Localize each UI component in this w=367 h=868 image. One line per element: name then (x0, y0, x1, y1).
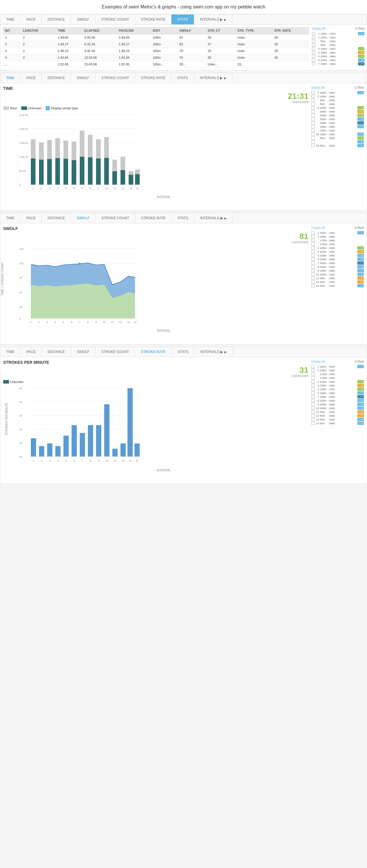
sidebar-row[interactable]: 2 50mUnkn (311, 242, 364, 246)
svg-text:0: 0 (19, 184, 21, 186)
tab-swolf[interactable]: SWOLF (71, 14, 95, 24)
sidebar-row[interactable]: 5100mUnkn1:55 (311, 254, 364, 257)
tab-stroke-rate[interactable]: STROKE RATE (135, 14, 171, 24)
sidebar-row[interactable]: 100mUnkn1:57 (311, 121, 364, 125)
time-display-all[interactable]: Display All (311, 86, 325, 89)
tab-stroke-rate-2[interactable]: STROKE RATE (135, 73, 171, 83)
sidebar-row[interactable]: 4100mUnkn1:08 (311, 383, 364, 387)
sidebar-row[interactable]: 1100mUnkn1:42 (311, 91, 364, 94)
tab-distance-4[interactable]: DISTANCE (41, 347, 71, 357)
tab-distance-3[interactable]: DISTANCE (41, 213, 71, 223)
sidebar-row[interactable]: 9100mUnkn1:47 (311, 402, 364, 406)
sidebar-row[interactable]: 7100mUnkn1:57 (311, 261, 364, 265)
sidebar-row[interactable]: 100mUnkn (311, 128, 364, 132)
sidebar-row[interactable]: 1350mUnkn1:38 (311, 417, 364, 421)
tab-intervals[interactable]: INTERVALS ▶ (194, 14, 232, 24)
tab-intervals-3[interactable]: INTERVALS ▶ (194, 213, 233, 223)
swolf-rest-check[interactable]: ☑ Rest (355, 226, 364, 229)
stroke-rate-tab-nav: TIME PACE DISTANCE SWOLF STROKE COUNT ST… (0, 347, 367, 357)
sidebar-row[interactable]: 10100mUnkn1:45 (311, 406, 364, 410)
tab-pace[interactable]: PACE (21, 14, 42, 24)
sidebar-row[interactable]: 50mUnkn1:01 (311, 136, 364, 140)
sidebar-row[interactable]: 2100mUnkn (312, 35, 364, 39)
sidebar-row[interactable]: 3100mUnkn1:15 (312, 47, 364, 51)
sidebar-row[interactable]: 1:38 (311, 140, 364, 144)
sidebar-row[interactable]: 1450mUnkn1:07 (311, 144, 364, 148)
tab-stats[interactable]: STATS (171, 14, 194, 24)
tab-pace-4[interactable]: PACE (21, 347, 42, 357)
sidebar-row[interactable]: 1450mUnkn1:07 (311, 421, 364, 425)
tab-stroke-count-3[interactable]: STROKE COUNT (96, 213, 135, 223)
sidebar-row[interactable]: 8100mUnkn1:28 (311, 399, 364, 402)
sidebar-row[interactable]: 1100mUnkn1:42 (312, 32, 364, 35)
sidebar-row[interactable]: 50mUnkn (312, 39, 364, 43)
sidebar-row[interactable]: 100mUnkn1:08 (311, 110, 364, 114)
sidebar-row[interactable]: 4100mUnkn1:08 (311, 250, 364, 254)
sidebar-row[interactable]: 2100mUnkn (311, 368, 364, 372)
tab-time-4[interactable]: TIME (0, 347, 21, 357)
sidebar-row[interactable]: 7100mUnkn1:57 (311, 395, 364, 399)
sidebar-row[interactable]: 3100mUnkn1:15 (311, 106, 364, 110)
sidebar-row[interactable]: 10100mUnkn1:45 (311, 273, 364, 276)
tab-intervals-4[interactable]: INTERVALS ▶ (194, 347, 233, 357)
sidebar-row[interactable]: 2100mUnkn (311, 94, 364, 98)
sidebar-row[interactable]: 10100mUnkn1:45 (311, 132, 364, 136)
sidebar-row[interactable]: 1150mUnkn1:09 (311, 410, 364, 414)
sidebar-row[interactable]: 3100mUnkn1:15 (311, 246, 364, 250)
tab-swolf-4[interactable]: SWOLF (71, 347, 95, 357)
swolf-display-all[interactable]: Display All (311, 226, 325, 229)
tab-time-2[interactable]: TIME (0, 73, 21, 83)
tab-stats-3[interactable]: STATS (172, 213, 194, 223)
stroke-rate-sidebar: Display All ☑ Rest 1100mUnkn1:422100mUnk… (311, 360, 364, 481)
sidebar-row[interactable]: 2 50mUnkn (311, 376, 364, 380)
svg-text:100: 100 (19, 262, 24, 265)
tab-time[interactable]: TIME (0, 14, 21, 24)
stroke-rate-rest-check[interactable]: ☑ Rest (355, 360, 364, 363)
sidebar-row[interactable]: 100mUnkn1:29 (311, 125, 364, 128)
tab-stroke-rate-3[interactable]: STROKE RATE (135, 213, 172, 223)
tab-stats-2[interactable]: STATS (171, 73, 194, 83)
tab-distance[interactable]: DISTANCE (41, 14, 71, 24)
tab-stroke-rate-4[interactable]: STROKE RATE (135, 347, 172, 357)
sidebar-row[interactable]: 6100mUnkn1:48 (311, 391, 364, 395)
sidebar-row[interactable]: 100mUnkn1:48 (311, 117, 364, 121)
tab-swolf-2[interactable]: SWOLF (71, 73, 95, 83)
sidebar-row[interactable]: 3100mUnkn1:15 (311, 380, 364, 383)
sidebar-row[interactable]: 100mUnkn1:25 (311, 114, 364, 117)
tab-stroke-count-4[interactable]: STROKE COUNT (95, 347, 135, 357)
sidebar-row[interactable]: 1350mUnkn1:09 (311, 280, 364, 284)
sidebar-row[interactable]: 1250mUnkn1:09 (311, 414, 364, 417)
sidebar-row[interactable]: 1150mUnkn1:09 (311, 276, 364, 280)
rest-check[interactable]: ☑ Rest (355, 27, 364, 30)
sidebar-row[interactable]: 5100mUnkn1:25 (312, 54, 364, 58)
tab-pace-3[interactable]: PACE (21, 213, 42, 223)
display-all-label[interactable]: Display All (312, 27, 326, 30)
sidebar-row[interactable]: 6100mUnkn1:48 (312, 58, 364, 62)
sidebar-row[interactable]: 1 50mUnkn (311, 372, 364, 376)
tab-intervals-2[interactable]: INTERVALS ▶ (194, 73, 232, 83)
sidebar-row[interactable]: 7100mUnkn1:57 (312, 62, 364, 66)
tab-pace-2[interactable]: PACE (21, 73, 42, 83)
stroke-rate-display-all[interactable]: Display All (311, 360, 325, 363)
tab-stroke-count-2[interactable]: STROKE COUNT (95, 73, 135, 83)
legend-stroke-type[interactable]: ✓ Display stroke type (46, 106, 78, 110)
tab-swolf-3[interactable]: SWOLF (71, 213, 95, 223)
time-rest-check[interactable]: ☑ Rest (355, 86, 364, 89)
sidebar-row[interactable]: 9100mUnkn1:47 (311, 269, 364, 273)
sidebar-row[interactable]: 1 50mUnkn (311, 239, 364, 242)
sidebar-row[interactable]: 50mUnkn (311, 98, 364, 102)
sidebar-row[interactable]: 6100mUnkn1:48 (311, 257, 364, 261)
sidebar-row[interactable]: 2100mUnkn (311, 235, 364, 239)
sidebar-row[interactable]: 4100mUnkn1:08 (312, 51, 364, 54)
tab-time-3[interactable]: TIME (0, 213, 21, 223)
tab-stroke-count[interactable]: STROKE COUNT (95, 14, 135, 24)
tab-distance-2[interactable]: DISTANCE (41, 73, 71, 83)
sidebar-row[interactable]: 50mUnkn (312, 43, 364, 47)
sidebar-row[interactable]: 1100mUnkn1:42 (311, 365, 364, 368)
sidebar-row[interactable]: 5100mUnkn1:25 (311, 387, 364, 391)
sidebar-row[interactable]: 1450mUnkn1:07 (311, 284, 364, 287)
sidebar-row[interactable]: 1100mUnkn1:42 (311, 231, 364, 235)
sidebar-row[interactable]: 50mUnkn (311, 102, 364, 106)
tab-stats-4[interactable]: STATS (172, 347, 194, 357)
sidebar-row[interactable]: 8100mUnkn1:28 (311, 265, 364, 269)
